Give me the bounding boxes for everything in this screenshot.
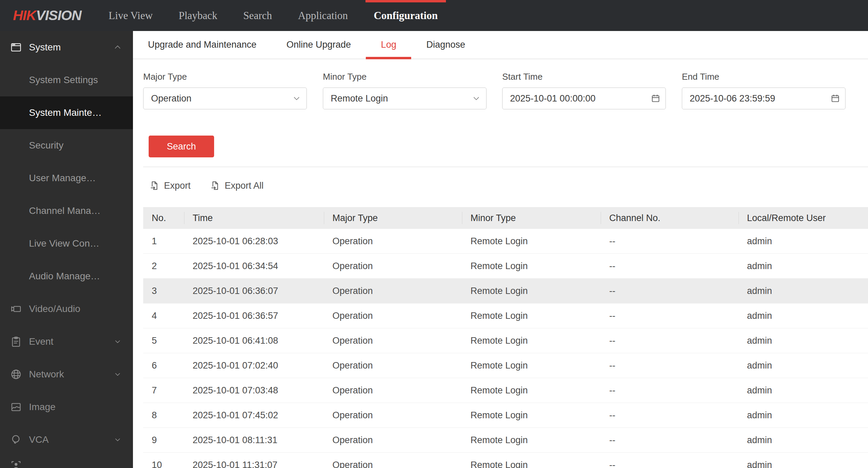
cell-no: 2 [143, 261, 184, 271]
tab-label: Upgrade and Maintenance [148, 40, 256, 50]
image-icon [10, 401, 23, 414]
page: { "colors": { "accent": "#e2423b", "topb… [0, 0, 868, 468]
sidebar-item-live-view-con[interactable]: Live View Con… [0, 227, 133, 260]
nav-item-live-view[interactable]: Live View [96, 0, 166, 31]
cell-major-type: Operation [324, 286, 462, 296]
sidebar-item-network[interactable]: Network [0, 358, 133, 391]
log-table: No.TimeMajor TypeMinor TypeChannel No.Lo… [143, 207, 868, 468]
nav-item-playback[interactable]: Playback [166, 0, 230, 31]
field-start-time: Start Time2025-10-01 00:00:00 [502, 71, 666, 109]
cell-local-remote-user: admin [738, 435, 868, 446]
lightbulb-icon [10, 433, 23, 446]
table-row[interactable]: 102025-10-01 11:31:07OperationRemote Log… [143, 453, 868, 468]
table-header-row: No.TimeMajor TypeMinor TypeChannel No.Lo… [143, 207, 868, 229]
column-header-minor-type: Minor Type [462, 207, 601, 229]
column-header-major-type: Major Type [324, 207, 462, 229]
sidebar-item-channel-mana[interactable]: Channel Mana… [0, 194, 133, 227]
cell-local-remote-user: admin [738, 261, 868, 271]
column-header-no: No. [143, 207, 184, 229]
cell-minor-type: Remote Login [462, 385, 601, 396]
nav-item-search[interactable]: Search [230, 0, 285, 31]
table-row[interactable]: 52025-10-01 06:41:08OperationRemote Logi… [143, 328, 868, 353]
sidebar-item-label: Event [29, 336, 54, 347]
cell-major-type: Operation [324, 410, 462, 421]
major-type-value: Operation [151, 93, 192, 104]
sidebar-item-vca[interactable]: VCA [0, 423, 133, 456]
cell-channel-no: -- [601, 236, 738, 247]
cell-local-remote-user: admin [738, 385, 868, 396]
table-row[interactable]: 72025-10-01 07:03:48OperationRemote Logi… [143, 378, 868, 403]
column-header-time: Time [184, 207, 324, 229]
nav-item-label: Playback [179, 10, 218, 22]
tab-diagnose[interactable]: Diagnose [411, 31, 480, 59]
cell-channel-no: -- [601, 410, 738, 421]
minor-type-select[interactable]: Remote Login [323, 88, 487, 109]
sidebar-item-video-audio[interactable]: Video/Audio [0, 293, 133, 325]
cell-channel-no: -- [601, 435, 738, 446]
tab-online-upgrade[interactable]: Online Upgrade [271, 31, 366, 59]
globe-icon [10, 368, 23, 381]
table-row[interactable]: 42025-10-01 06:36:57OperationRemote Logi… [143, 303, 868, 328]
start-time-label: Start Time [502, 71, 666, 82]
nav-item-configuration[interactable]: Configuration [361, 0, 451, 31]
cell-major-type: Operation [324, 360, 462, 371]
start-time-input[interactable]: 2025-10-01 00:00:00 [502, 88, 666, 109]
cell-local-remote-user: admin [738, 286, 868, 296]
top-nav: HIKVISION Live ViewPlaybackSearchApplica… [0, 0, 868, 31]
export-row: Export Export All [149, 175, 264, 196]
sidebar-item-label: Channel Mana… [29, 205, 101, 216]
nav-item-label: Application [298, 10, 348, 22]
export-button[interactable]: Export [149, 180, 191, 191]
cell-no: 4 [143, 311, 184, 321]
cell-local-remote-user: admin [738, 360, 868, 371]
nav-item-application[interactable]: Application [285, 0, 361, 31]
logo-hik: HIK [13, 7, 36, 23]
sidebar-item-system-settings[interactable]: System Settings [0, 64, 133, 96]
sidebar-item-label: Video/Audio [29, 303, 80, 314]
sidebar-item-label: Live View Con… [29, 238, 99, 249]
sidebar-item-security[interactable]: Security [0, 129, 133, 162]
sidebar-item-label: System Mainte… [29, 107, 102, 118]
table-row[interactable]: 62025-10-01 07:02:40OperationRemote Logi… [143, 353, 868, 378]
minor-type-label: Minor Type [323, 71, 487, 82]
table-row[interactable]: 22025-10-01 06:34:54OperationRemote Logi… [143, 254, 868, 279]
calendar-icon[interactable] [830, 93, 840, 104]
chevron-down-icon [113, 370, 122, 379]
sidebar-item-user-manage[interactable]: User Manage… [0, 162, 133, 194]
section-divider [143, 167, 868, 167]
sidebar-item-system[interactable]: System [0, 31, 133, 64]
sidebar-item-partial[interactable] [10, 459, 29, 468]
sidebar-item-image[interactable]: Image [0, 391, 133, 423]
cell-channel-no: -- [601, 336, 738, 346]
table-row[interactable]: 92025-10-01 08:11:31OperationRemote Logi… [143, 428, 868, 453]
tab-label: Diagnose [426, 40, 465, 50]
table-row[interactable]: 82025-10-01 07:45:02OperationRemote Logi… [143, 403, 868, 428]
column-header-channel-no: Channel No. [601, 207, 738, 229]
sidebar-item-label: Security [29, 140, 63, 151]
cell-time: 2025-10-01 08:11:31 [184, 435, 324, 446]
end-time-input[interactable]: 2025-10-06 23:59:59 [682, 88, 845, 109]
cell-time: 2025-10-01 11:31:07 [184, 460, 324, 468]
window-icon [10, 41, 23, 54]
cell-no: 1 [143, 236, 184, 247]
table-row[interactable]: 32025-10-01 06:36:07OperationRemote Logi… [143, 279, 868, 303]
chevron-down-icon [113, 337, 122, 346]
tab-log[interactable]: Log [366, 31, 411, 59]
export-all-button[interactable]: Export All [210, 180, 264, 191]
cell-channel-no: -- [601, 311, 738, 321]
sidebar-item-audio-manage[interactable]: Audio Manage… [0, 260, 133, 293]
tab-upgrade-and-maintenance[interactable]: Upgrade and Maintenance [133, 31, 271, 59]
cell-minor-type: Remote Login [462, 410, 601, 421]
sidebar-item-system-mainte[interactable]: System Mainte… [0, 96, 133, 129]
cell-major-type: Operation [324, 385, 462, 396]
cell-time: 2025-10-01 06:36:07 [184, 286, 324, 296]
main-content: Upgrade and MaintenanceOnline UpgradeLog… [133, 31, 868, 468]
nav-item-label: Configuration [374, 10, 438, 22]
table-row[interactable]: 12025-10-01 06:28:03OperationRemote Logi… [143, 229, 868, 254]
calendar-icon[interactable] [650, 93, 661, 104]
sidebar-item-event[interactable]: Event [0, 325, 133, 358]
cell-time: 2025-10-01 06:36:57 [184, 311, 324, 321]
search-button[interactable]: Search [149, 136, 214, 157]
major-type-select[interactable]: Operation [143, 88, 307, 109]
cell-local-remote-user: admin [738, 236, 868, 247]
